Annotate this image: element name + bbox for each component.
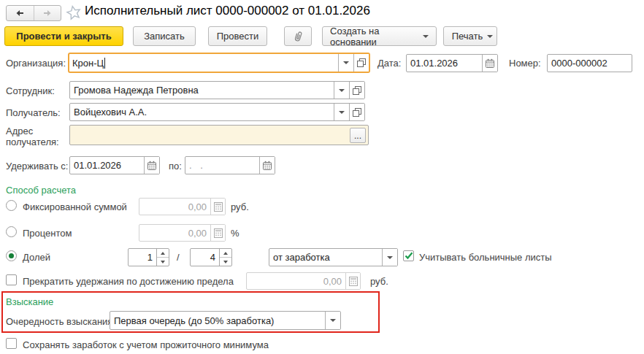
sick-leaves-checkbox[interactable] — [403, 250, 414, 261]
share-base-select[interactable]: от заработка — [269, 248, 398, 266]
print-button[interactable]: Печать — [443, 26, 497, 46]
recipient-open-button[interactable] — [349, 104, 364, 120]
forward-button[interactable] — [34, 6, 61, 20]
stepper-down-button[interactable] — [220, 257, 231, 266]
chevron-down-icon — [339, 111, 345, 114]
share-radio[interactable] — [6, 250, 17, 261]
keep-living-wage-checkbox[interactable] — [6, 338, 17, 349]
keep-living-wage-label: Сохранять заработок с учетом прожиточног… — [23, 339, 269, 350]
calculator-icon — [214, 228, 223, 238]
organization-dropdown-button[interactable] — [338, 54, 353, 72]
share-numerator-value: 1 — [129, 249, 156, 266]
sick-leaves-label: Учитывать больничные листы — [419, 252, 552, 263]
stepper-down-button[interactable] — [157, 257, 169, 266]
page-title: Исполнительный лист 0000-000002 от 01.01… — [85, 4, 370, 18]
number-field[interactable]: 0000-000002 — [547, 54, 632, 72]
organization-value: Крон-Ц — [72, 58, 104, 69]
calendar-icon — [262, 161, 272, 171]
withhold-to-label: по: — [169, 161, 182, 172]
share-denominator-field[interactable]: 4 — [190, 248, 232, 266]
post-and-close-button[interactable]: Провести и закрыть — [4, 26, 123, 46]
share-numerator-field[interactable]: 1 — [128, 248, 169, 266]
date-label: Дата: — [377, 58, 401, 69]
paperclip-icon — [293, 31, 304, 42]
triangle-down-icon — [161, 261, 165, 263]
attachments-button[interactable] — [284, 26, 312, 46]
stop-limit-amount-field[interactable]: 0,00 — [246, 272, 361, 290]
percent-amount-value: 0,00 — [139, 225, 210, 241]
priority-value: Первая очередь (до 50% заработка) — [110, 312, 325, 329]
create-based-on-label: Создать на основании — [330, 26, 418, 47]
back-button[interactable] — [7, 6, 34, 20]
share-numerator-stepper[interactable] — [156, 249, 169, 266]
calendar-icon — [147, 161, 157, 171]
write-button[interactable]: Записать — [133, 26, 196, 46]
share-base-dropdown-button[interactable] — [382, 249, 397, 266]
percent-amount-field[interactable]: 0,00 — [139, 224, 226, 242]
forward-arrow-icon — [42, 8, 53, 18]
print-label: Печать — [452, 31, 483, 42]
triangle-up-icon — [223, 252, 228, 255]
open-link-icon — [353, 108, 361, 117]
checkmark-icon — [405, 252, 413, 260]
stop-limit-unit: руб. — [370, 276, 388, 287]
employee-field[interactable]: Громова Надежда Петровна — [69, 81, 365, 99]
post-label: Провести — [217, 31, 259, 42]
withhold-from-value: 01.01.2026 — [70, 157, 144, 174]
stop-limit-calculator-button[interactable] — [345, 273, 360, 289]
stepper-up-button[interactable] — [220, 249, 231, 257]
recipient-address-label: Адрес получателя: — [6, 126, 58, 147]
back-arrow-icon — [14, 8, 26, 18]
chevron-down-icon — [343, 61, 349, 64]
percent-radio[interactable] — [6, 226, 17, 237]
withhold-to-field[interactable]: . . — [185, 156, 275, 174]
document-window: Исполнительный лист 0000-000002 от 01.01… — [0, 0, 644, 354]
stepper-up-button[interactable] — [157, 249, 169, 257]
withhold-from-calendar-button[interactable] — [144, 157, 159, 174]
priority-select[interactable]: Первая очередь (до 50% заработка) — [110, 311, 341, 330]
fixed-sum-amount-field[interactable]: 0,00 — [139, 198, 226, 215]
triangle-up-icon — [161, 252, 165, 255]
share-label: Долей — [23, 252, 50, 263]
share-base-value: от заработка — [269, 249, 382, 266]
employee-dropdown-button[interactable] — [334, 82, 349, 99]
chevron-down-icon — [330, 319, 336, 322]
withhold-from-field[interactable]: 01.01.2026 — [69, 156, 160, 174]
stop-limit-checkbox[interactable] — [6, 274, 17, 285]
date-value: 01.01.2026 — [407, 55, 482, 72]
recipient-address-more-button[interactable]: ... — [350, 128, 366, 143]
recipient-dropdown-button[interactable] — [334, 104, 349, 120]
employee-value: Громова Надежда Петровна — [70, 82, 334, 99]
chevron-down-icon — [387, 256, 393, 259]
open-link-icon — [357, 58, 366, 67]
create-based-on-button[interactable]: Создать на основании — [322, 26, 437, 46]
triangle-down-icon — [223, 261, 228, 263]
recipient-field[interactable]: Войцехович А.А. — [69, 103, 365, 121]
employee-label: Сотрудник: — [6, 85, 55, 96]
fixed-sum-calculator-button[interactable] — [210, 199, 225, 215]
post-button[interactable]: Провести — [208, 26, 267, 46]
withhold-to-value: . . — [185, 157, 259, 174]
fixed-sum-radio[interactable] — [6, 200, 17, 211]
priority-dropdown-button[interactable] — [325, 312, 340, 329]
favorite-star-icon[interactable] — [66, 4, 82, 20]
calculator-icon — [214, 202, 223, 212]
collection-section-header: Взыскание — [6, 296, 53, 307]
priority-label: Очередность взыскания: — [6, 316, 115, 327]
share-denominator-value: 4 — [191, 249, 219, 266]
date-calendar-button[interactable] — [482, 55, 497, 72]
organization-open-button[interactable] — [353, 54, 369, 72]
withhold-to-calendar-button[interactable] — [259, 157, 275, 174]
share-denominator-stepper[interactable] — [219, 249, 231, 266]
organization-field[interactable]: Крон-Ц — [68, 53, 370, 73]
employee-open-button[interactable] — [349, 82, 364, 99]
percent-calculator-button[interactable] — [210, 225, 225, 241]
calculator-icon — [349, 277, 358, 286]
fixed-sum-amount-value: 0,00 — [139, 199, 210, 215]
text-cursor — [104, 58, 105, 69]
stop-limit-label: Прекратить удержания по достижению преде… — [23, 276, 234, 287]
date-field[interactable]: 01.01.2026 — [406, 54, 498, 72]
chevron-down-icon — [423, 35, 429, 38]
withhold-from-label: Удерживать с: — [6, 161, 68, 172]
recipient-address-field[interactable]: ... — [69, 125, 369, 145]
